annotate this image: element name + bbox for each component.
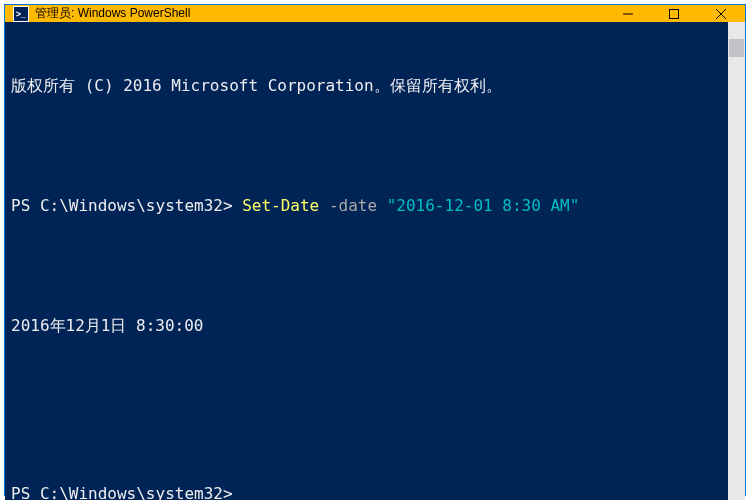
copyright-line: 版权所有 (C) 2016 Microsoft Corporation。保留所有… (11, 74, 739, 98)
scroll-thumb[interactable] (729, 39, 744, 57)
window-title: 管理员: Windows PowerShell (35, 5, 190, 22)
command-line-1: PS C:\Windows\system32> Set-Date -date "… (11, 194, 739, 218)
cmdlet-arg: "2016-12-01 8:30 AM" (387, 196, 580, 215)
maximize-button[interactable] (651, 5, 697, 22)
svg-rect-1 (670, 9, 679, 18)
cursor: _ (233, 484, 252, 500)
cmdlet-param: -date (329, 196, 377, 215)
vertical-scrollbar[interactable] (728, 22, 745, 500)
command-line-2: PS C:\Windows\system32> _ (11, 482, 739, 500)
powershell-icon-glyph: >_ (16, 9, 26, 19)
scroll-track[interactable] (728, 39, 745, 500)
maximize-icon (669, 9, 679, 19)
window-controls (605, 5, 745, 22)
cmdlet-name: Set-Date (242, 196, 319, 215)
titlebar[interactable]: >_ 管理员: Windows PowerShell (5, 5, 745, 22)
close-button[interactable] (697, 5, 745, 22)
minimize-button[interactable] (605, 5, 651, 22)
powershell-window: >_ 管理员: Windows PowerShell 版权所有 (C) 2016… (4, 4, 746, 496)
terminal-body[interactable]: 版权所有 (C) 2016 Microsoft Corporation。保留所有… (5, 22, 745, 500)
close-icon (716, 9, 726, 19)
prompt-2: PS C:\Windows\system32> (11, 484, 233, 500)
prompt-1: PS C:\Windows\system32> (11, 196, 242, 215)
output-line: 2016年12月1日 8:30:00 (11, 314, 739, 338)
powershell-icon: >_ (13, 6, 29, 22)
minimize-icon (623, 9, 633, 19)
